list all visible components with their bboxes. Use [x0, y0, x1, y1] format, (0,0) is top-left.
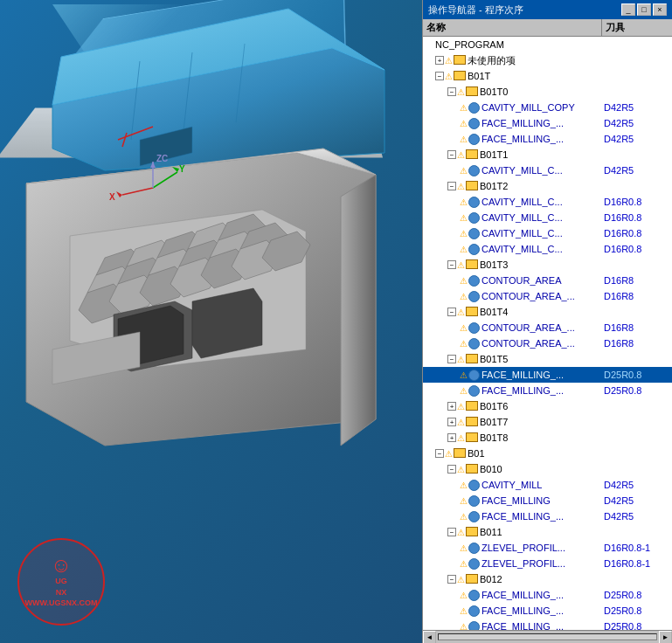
warning-icon: ⚠	[445, 449, 453, 459]
tree-item-b01t7[interactable]: +⚠B01T7	[423, 414, 672, 430]
tree-content[interactable]: NC_PROGRAM+⚠未使用的项−⚠B01T−⚠B01T0⚠CAVITY_MI…	[423, 37, 672, 630]
tree-item-op9[interactable]: ⚠CONTOUR_AREAD16R8	[423, 273, 672, 288]
scroll-track[interactable]	[438, 633, 657, 640]
tree-item-op4[interactable]: ⚠CAVITY_MILL_C...D42R5	[423, 162, 672, 178]
tree-item-op6[interactable]: ⚠CAVITY_MILL_C...D16R0.8	[423, 210, 672, 225]
expand-btn[interactable]: −	[435, 72, 444, 80]
tree-item-b01t3[interactable]: −⚠B01T3	[423, 257, 672, 273]
tree-item-op14[interactable]: ⚠FACE_MILLING_...D25R0.8	[423, 383, 672, 398]
tree-item-op1[interactable]: ⚠CAVITY_MILL_COPYD42R5	[423, 100, 672, 115]
tree-item-b01t5[interactable]: −⚠B01T5	[423, 351, 672, 367]
item-tool: D16R0.8	[604, 197, 672, 207]
tree-item-op12[interactable]: ⚠CONTOUR_AREA_...D16R8	[423, 335, 672, 351]
scroll-right-button[interactable]: ►	[659, 631, 672, 644]
tree-item-b01t6[interactable]: +⚠B01T6	[423, 398, 672, 414]
operation-icon	[468, 322, 480, 334]
item-name: B01T2	[480, 181, 604, 191]
tree-item-b01t[interactable]: −⚠B01T	[423, 68, 672, 84]
operation-icon	[468, 244, 480, 255]
tree-item-b01t8[interactable]: +⚠B01T8	[423, 430, 672, 446]
tree-item-op15[interactable]: ⚠CAVITY_MILLD42R5	[423, 477, 672, 493]
item-name: CAVITY_MILL	[481, 480, 604, 490]
tree-item-op10[interactable]: ⚠CONTOUR_AREA_...D16R8	[423, 288, 672, 304]
tree-item-op13[interactable]: ⚠FACE_MILLING_...D25R0.8	[423, 367, 672, 383]
logo-figure: ☺	[51, 555, 73, 576]
tree-item-op5[interactable]: ⚠CAVITY_MILL_C...D16R0.8	[423, 194, 672, 210]
expand-btn[interactable]: −	[435, 449, 444, 458]
horizontal-scrollbar[interactable]: ◄ ►	[423, 630, 672, 643]
warning-icon: ⚠	[460, 323, 468, 333]
tree-item-b01t2[interactable]: −⚠B01T2	[423, 178, 672, 194]
item-tool: D16R0.8	[604, 212, 672, 223]
tree-item-op2[interactable]: ⚠FACE_MILLING_...D42R5	[423, 115, 672, 131]
tree-item-op18[interactable]: ⚠ZLEVEL_PROFIL...D16R0.8-1	[423, 540, 672, 556]
minimize-button[interactable]: _	[621, 3, 635, 16]
folder-icon	[466, 417, 478, 426]
operation-icon	[468, 370, 480, 381]
folder-icon	[454, 71, 466, 80]
tree-item-op21[interactable]: ⚠FACE_MILLING_...D25R0.8	[423, 603, 672, 619]
tree-item-op7[interactable]: ⚠CAVITY_MILL_C...D16R0.8	[423, 225, 672, 241]
tree-item-b010[interactable]: −⚠B010	[423, 461, 672, 477]
tree-item-op16[interactable]: ⚠FACE_MILLINGD42R5	[423, 493, 672, 508]
tree-item-op22[interactable]: ⚠FACE_MILLING_...D25R0.8	[423, 619, 672, 630]
tool-column-header[interactable]: 刀具	[602, 19, 672, 36]
item-tool: D42R5	[604, 495, 672, 506]
tree-item-op20[interactable]: ⚠FACE_MILLING_...D25R0.8	[423, 587, 672, 603]
item-name: ZLEVEL_PROFIL...	[481, 558, 604, 569]
item-name: FACE_MILLING_...	[481, 621, 604, 630]
warning-icon: ⚠	[460, 103, 468, 113]
warning-icon: ⚠	[460, 245, 468, 254]
expand-btn[interactable]: +	[447, 418, 456, 426]
operation-icon	[468, 118, 480, 129]
tree-item-b01t0[interactable]: −⚠B01T0	[423, 84, 672, 100]
tree-item-op19[interactable]: ⚠ZLEVEL_PROFIL...D16R0.8-1	[423, 556, 672, 571]
expand-btn[interactable]: −	[447, 575, 456, 584]
expand-btn[interactable]: −	[447, 308, 456, 316]
tree-item-b01[interactable]: −⚠B01	[423, 446, 672, 461]
item-name: CONTOUR_AREA_...	[481, 291, 604, 301]
tree-item-op8[interactable]: ⚠CAVITY_MILL_C...D16R0.8	[423, 241, 672, 257]
tree-item-b011[interactable]: −⚠B011	[423, 524, 672, 540]
tree-item-b012[interactable]: −⚠B012	[423, 571, 672, 587]
warning-icon: ⚠	[460, 197, 468, 207]
item-name: CAVITY_MILL_COPY	[481, 102, 604, 113]
item-name: B01T0	[480, 86, 604, 97]
operation-icon	[468, 102, 480, 114]
svg-marker-10	[341, 175, 376, 446]
close-button[interactable]: ×	[653, 3, 667, 16]
expand-btn[interactable]: −	[447, 260, 456, 269]
item-name: CAVITY_MILL_C...	[481, 212, 604, 223]
expand-btn[interactable]: +	[447, 402, 456, 411]
model-svg: X Y ZC	[0, 0, 422, 568]
item-name: FACE_MILLING_...	[481, 605, 604, 616]
expand-btn[interactable]: −	[447, 87, 456, 96]
name-column-header[interactable]: 名称	[423, 19, 602, 36]
warning-icon: ⚠	[460, 559, 468, 569]
item-tool: D25R0.8	[604, 605, 672, 616]
main-container: X Y ZC ☺ UG NX WWW.UGSNX.COM	[0, 0, 672, 643]
tree-item-op17[interactable]: ⚠FACE_MILLING_...D42R5	[423, 508, 672, 524]
maximize-button[interactable]: □	[637, 3, 651, 16]
expand-btn[interactable]: +	[435, 56, 444, 65]
item-tool: D16R8	[604, 275, 672, 286]
warning-icon: ⚠	[457, 87, 465, 97]
tree-item-nc_program[interactable]: NC_PROGRAM	[423, 37, 672, 52]
tree-item-b01t1[interactable]: −⚠B01T1	[423, 147, 672, 162]
tree-item-op11[interactable]: ⚠CONTOUR_AREA_...D16R8	[423, 320, 672, 335]
expand-btn[interactable]: −	[447, 528, 456, 536]
warning-icon: ⚠	[457, 433, 465, 443]
expand-btn[interactable]: −	[447, 355, 456, 363]
expand-btn[interactable]: +	[447, 433, 456, 442]
operation-icon	[468, 621, 480, 631]
expand-btn[interactable]: −	[447, 465, 456, 474]
expand-btn[interactable]: −	[447, 182, 456, 190]
scroll-left-button[interactable]: ◄	[423, 631, 436, 644]
3d-viewport[interactable]: X Y ZC ☺ UG NX WWW.UGSNX.COM	[0, 0, 422, 643]
logo-text: UG NX WWW.UGSNX.COM	[25, 576, 98, 609]
expand-btn[interactable]: −	[447, 150, 456, 159]
folder-icon	[466, 307, 478, 316]
tree-item-unused[interactable]: +⚠未使用的项	[423, 52, 672, 68]
tree-item-op3[interactable]: ⚠FACE_MILLING_...D42R5	[423, 131, 672, 147]
tree-item-b01t4[interactable]: −⚠B01T4	[423, 304, 672, 320]
